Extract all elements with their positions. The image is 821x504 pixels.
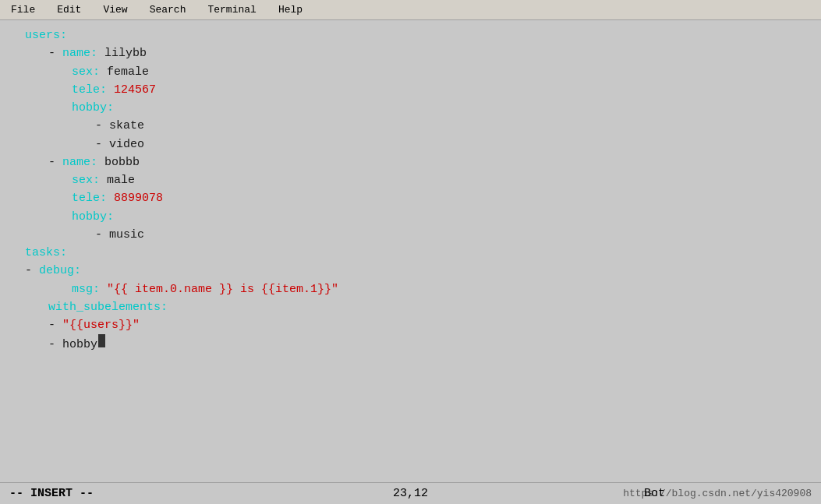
code-line: hobby: xyxy=(12,208,809,226)
code-line: tele: 8899078 xyxy=(12,189,809,207)
code-line: hobby: xyxy=(12,99,809,117)
code-token: debug xyxy=(39,262,74,280)
code-token: name xyxy=(62,44,90,62)
code-token: sex xyxy=(72,171,93,189)
code-token: : xyxy=(60,244,67,262)
code-token: : xyxy=(100,81,114,99)
code-token: : xyxy=(93,280,107,298)
code-token: hobby xyxy=(62,336,97,354)
code-line: - skate xyxy=(12,117,809,135)
code-token: name xyxy=(62,153,90,171)
code-token: : xyxy=(93,63,107,81)
code-token: - xyxy=(48,316,62,334)
code-token: - xyxy=(48,44,62,62)
code-token: tele xyxy=(72,81,100,99)
code-token: : xyxy=(90,44,104,62)
code-token: : xyxy=(100,189,114,207)
code-token: hobby xyxy=(72,99,107,117)
code-token: 124567 xyxy=(114,81,156,99)
menu-view[interactable]: View xyxy=(98,2,132,17)
code-line: - name: lilybb xyxy=(12,44,809,62)
code-token: - xyxy=(95,136,109,153)
code-token: - xyxy=(48,336,62,354)
code-token: : xyxy=(107,208,114,226)
menu-search[interactable]: Search xyxy=(145,2,191,17)
code-token: male xyxy=(107,171,135,189)
code-token: "{{users}}" xyxy=(62,316,140,334)
code-line: tele: 124567 xyxy=(12,81,809,99)
code-token: video xyxy=(109,136,144,153)
code-token: : xyxy=(74,262,81,280)
code-token: music xyxy=(109,226,144,244)
code-line: sex: male xyxy=(12,171,809,189)
code-token: - xyxy=(25,262,39,280)
menu-file[interactable]: File xyxy=(6,2,40,17)
code-token: sex xyxy=(72,63,93,81)
status-bar: -- INSERT -- 23,12 Bot https://blog.csdn… xyxy=(0,482,821,504)
code-line: msg: "{{ item.0.name }} is {{item.1}}" xyxy=(12,280,809,298)
code-line: - music xyxy=(12,226,809,244)
code-line: - name: bobbb xyxy=(12,153,809,171)
code-token: tasks xyxy=(25,244,60,262)
scroll-position: Bot xyxy=(644,487,665,500)
code-line: sex: female xyxy=(12,63,809,81)
code-line: tasks: xyxy=(12,244,809,262)
code-token: skate xyxy=(109,117,144,135)
code-line: with_subelements: xyxy=(12,298,809,316)
code-token: - xyxy=(95,226,109,244)
text-cursor xyxy=(98,334,105,347)
code-token: : xyxy=(161,298,168,316)
code-token: hobby xyxy=(72,208,107,226)
menu-edit[interactable]: Edit xyxy=(52,2,86,17)
code-line: users: xyxy=(12,26,809,44)
code-line: - "{{users}}" xyxy=(12,316,809,334)
code-token: 8899078 xyxy=(114,189,163,207)
code-token: tele xyxy=(72,189,100,207)
code-token: : xyxy=(60,26,67,44)
code-token: lilybb xyxy=(104,44,147,62)
cursor-position: 23,12 xyxy=(393,487,428,500)
code-token: bobbb xyxy=(104,153,140,171)
editor-area[interactable]: users:- name: lilybbsex: femaletele: 124… xyxy=(0,20,821,482)
menu-terminal[interactable]: Terminal xyxy=(203,2,260,17)
code-token: - xyxy=(48,153,62,171)
code-line: - debug: xyxy=(12,262,809,280)
code-token: : xyxy=(107,99,114,117)
code-token: : xyxy=(90,153,104,171)
editor-mode: -- INSERT -- xyxy=(9,487,94,500)
menu-bar: File Edit View Search Terminal Help xyxy=(0,0,821,20)
code-token: - xyxy=(95,117,109,135)
code-token: users xyxy=(25,26,60,44)
code-line: - video xyxy=(12,136,809,153)
menu-help[interactable]: Help xyxy=(274,2,307,17)
code-token: "{{ item.0.name }} is {{item.1}}" xyxy=(107,280,338,298)
code-token: female xyxy=(107,63,149,81)
code-token: msg xyxy=(72,280,93,298)
code-token: with_subelements xyxy=(48,298,161,316)
code-token: : xyxy=(93,171,107,189)
code-line: - hobby xyxy=(12,334,809,354)
